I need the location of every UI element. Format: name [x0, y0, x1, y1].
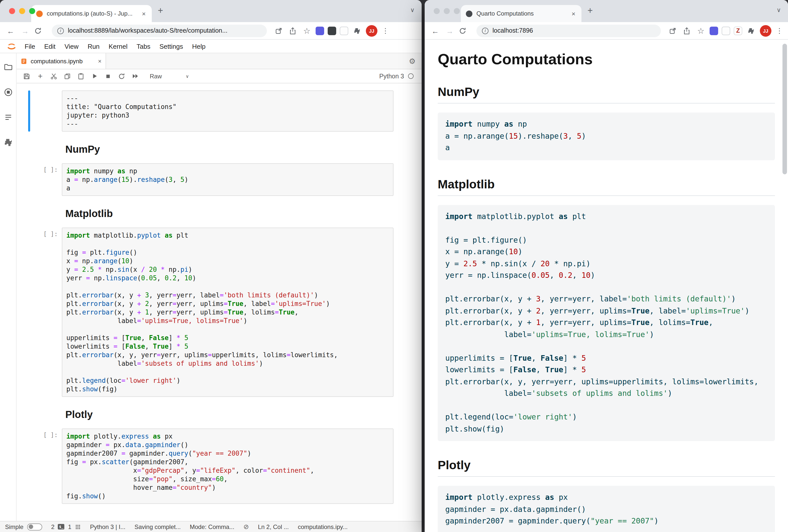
paste-cell-button[interactable]: [77, 72, 85, 80]
blue-extension-icon[interactable]: [316, 26, 324, 35]
save-button[interactable]: [23, 72, 31, 80]
left-browser-toolbar: ← → i localhost:8889/lab/workspaces/auto…: [0, 22, 422, 40]
minimize-window-button[interactable]: [19, 8, 25, 14]
simple-mode-toggle[interactable]: [27, 523, 42, 530]
tab-close-icon[interactable]: ×: [571, 10, 576, 17]
tab-close-icon[interactable]: ×: [141, 10, 147, 17]
code-block-numpy: import numpy as npa = np.arange(15).resh…: [438, 112, 775, 160]
session-counts[interactable]: 2 $_ 1: [51, 523, 81, 530]
extension-manager-icon[interactable]: [3, 138, 13, 147]
section-heading-matplotlib: Matplotlib: [438, 177, 775, 196]
reload-button[interactable]: [34, 27, 45, 35]
menu-item[interactable]: Settings: [155, 42, 188, 50]
menu-item[interactable]: Tabs: [132, 42, 155, 50]
address-bar[interactable]: i localhost:8889/lab/workspaces/auto-S/t…: [52, 24, 267, 37]
section-heading-plotly: Plotly: [438, 458, 775, 477]
document-tab-bar: computations.ipynb × ⚙: [17, 53, 422, 69]
kernel-name: Python 3: [379, 73, 404, 80]
quarto-favicon: [466, 10, 472, 17]
forward-button[interactable]: →: [444, 26, 455, 35]
browser-menu-icon[interactable]: ⋮: [382, 27, 389, 35]
property-inspector-gear-icon[interactable]: ⚙: [409, 57, 416, 65]
browser-tab-quarto[interactable]: Quarto Computations ×: [461, 5, 582, 22]
filename-status: computations.ipy...: [298, 523, 348, 530]
scrollbar-thumb[interactable]: [783, 44, 787, 174]
site-info-icon[interactable]: i: [482, 27, 489, 34]
site-info-icon[interactable]: i: [57, 27, 64, 34]
cut-cell-button[interactable]: [50, 72, 58, 80]
tab-search-chevron-icon[interactable]: ∨: [410, 6, 415, 14]
code-block-plotly: import plotly.express as pxgapminder = p…: [438, 486, 775, 532]
dark-extension-icon[interactable]: [328, 26, 336, 35]
zoom-window-button[interactable]: [454, 8, 460, 14]
code-cell-matplotlib: [ ]: import matplotlib.pyplot as plt fig…: [62, 228, 394, 397]
tab-search-chevron-icon[interactable]: ∨: [776, 6, 781, 14]
back-button[interactable]: ←: [5, 26, 16, 35]
cell-type-value: Raw: [150, 73, 162, 80]
open-in-new-icon[interactable]: [667, 27, 678, 35]
mode-indicator[interactable]: Mode: Comma...: [190, 523, 234, 530]
code-cell-editor[interactable]: import numpy as npa = np.arange(15).resh…: [62, 163, 394, 196]
notes-extension-icon[interactable]: [722, 26, 730, 35]
minimize-window-button[interactable]: [444, 8, 450, 14]
table-of-contents-icon[interactable]: [3, 112, 13, 122]
menu-item[interactable]: Help: [188, 42, 210, 50]
cell-type-dropdown[interactable]: Raw ∨: [150, 73, 189, 80]
dropdown-caret-icon: ∨: [186, 74, 189, 79]
interrupt-kernel-button[interactable]: [104, 72, 112, 80]
zoom-window-button[interactable]: [29, 8, 35, 14]
notebook-scroll-area[interactable]: ---title: "Quarto Computations"jupyter: …: [17, 83, 422, 521]
notifications-icon[interactable]: ⊘: [243, 523, 249, 531]
active-cell-indicator[interactable]: [28, 90, 30, 131]
profile-avatar[interactable]: JJ: [760, 25, 771, 36]
extensions-puzzle-icon[interactable]: [352, 27, 362, 35]
menu-item[interactable]: Run: [83, 42, 104, 50]
simple-mode-label: Simple: [5, 523, 23, 530]
notebook-tab-close-icon[interactable]: ×: [98, 58, 101, 65]
close-window-button[interactable]: [9, 8, 15, 14]
code-cell-editor[interactable]: import plotly.express as pxgapminder = p…: [62, 429, 394, 504]
new-tab-button[interactable]: +: [588, 6, 593, 16]
address-bar[interactable]: i localhost:7896: [476, 24, 661, 37]
running-kernels-icon[interactable]: [3, 87, 13, 97]
menu-item[interactable]: File: [20, 42, 40, 50]
back-button[interactable]: ←: [430, 26, 441, 35]
reload-button[interactable]: [459, 27, 470, 35]
menu-item[interactable]: View: [60, 42, 83, 50]
notebook-tab[interactable]: computations.ipynb ×: [17, 53, 106, 69]
open-in-new-icon[interactable]: [273, 27, 284, 35]
bookmark-star-icon[interactable]: ☆: [301, 26, 312, 36]
add-cell-button[interactable]: +: [36, 72, 44, 80]
share-icon[interactable]: [682, 27, 692, 35]
raw-cell-editor[interactable]: ---title: "Quarto Computations"jupyter: …: [62, 90, 394, 131]
url-text: localhost:8889/lab/workspaces/auto-S/tre…: [68, 27, 228, 34]
code-cell-editor[interactable]: import matplotlib.pyplot as plt fig = pl…: [62, 228, 394, 397]
browser-menu-icon[interactable]: ⋮: [776, 27, 783, 35]
blue-extension-icon[interactable]: [710, 26, 718, 35]
zotero-extension-icon[interactable]: Z: [734, 26, 742, 35]
forward-button[interactable]: →: [20, 26, 31, 35]
notes-extension-icon[interactable]: [340, 26, 348, 35]
close-window-button[interactable]: [434, 8, 440, 14]
run-cell-button[interactable]: [91, 72, 98, 80]
kernel-sessions-icon: [75, 524, 81, 530]
kernel-indicator[interactable]: Python 3: [379, 73, 418, 80]
kernel-status-text[interactable]: Python 3 | I...: [90, 523, 125, 530]
profile-avatar[interactable]: JJ: [366, 25, 377, 36]
kernel-status-icon: [408, 73, 414, 79]
extensions-puzzle-icon[interactable]: [746, 27, 756, 35]
markdown-heading-matplotlib: Matplotlib: [65, 208, 394, 220]
restart-run-all-button[interactable]: [131, 72, 139, 80]
cursor-position[interactable]: Ln 2, Col ...: [258, 523, 289, 530]
menu-item[interactable]: Edit: [40, 42, 60, 50]
left-tab-strip: computations.ip (auto-S) - Jup... × + ∨: [0, 0, 422, 22]
new-tab-button[interactable]: +: [158, 6, 163, 16]
browser-tab-jupyterlab[interactable]: computations.ip (auto-S) - Jup... ×: [31, 5, 152, 22]
copy-cell-button[interactable]: [63, 72, 71, 80]
restart-kernel-button[interactable]: [118, 72, 126, 80]
share-icon[interactable]: [288, 27, 298, 35]
menu-item[interactable]: Kernel: [104, 42, 132, 50]
notebook-panel: computations.ipynb × ⚙ +: [17, 53, 422, 521]
file-browser-icon[interactable]: [3, 62, 13, 72]
bookmark-star-icon[interactable]: ☆: [695, 26, 706, 36]
